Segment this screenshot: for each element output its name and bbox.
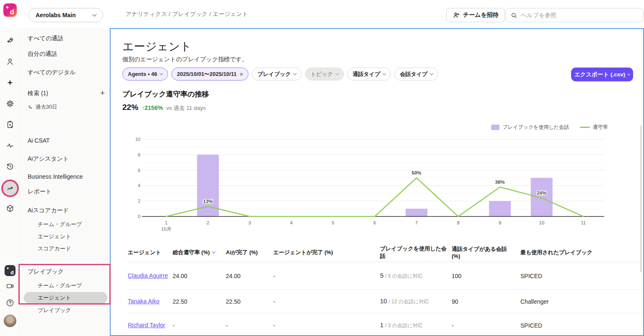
chart-legend: プレイブックを使用した会話 遵守率 [491,124,608,131]
sidebar-item-saved-search[interactable]: 過去30日 [28,103,57,111]
stat-delta: ↑2156% [142,104,163,111]
analytics-trend-icon-selected[interactable] [3,181,17,195]
help-icon[interactable] [5,298,15,308]
workspace-name: Aerolabs Main [36,12,76,18]
page-subtitle: 個別のエージェントのプレイブック指標です。 [122,56,248,63]
svg-text:2: 2 [138,198,140,203]
col-call-type[interactable]: 通話タイプがある会話 (%) [452,245,520,259]
stat-comparison: vs 過去 11 days [166,104,206,112]
video-camera-icon[interactable] [5,281,15,291]
col-overall-adherence[interactable]: 総合遵守率 (%) [173,249,226,256]
col-agent-completed[interactable]: エージェントが完了 (%) [273,249,380,256]
chevron-down-icon [430,72,433,75]
filter-date-range[interactable]: 2025/10/01〜2025/10/11 × [171,68,248,81]
history-icon[interactable] [5,161,15,172]
sidebar-item-ai-csat[interactable]: Ai CSAT [28,136,50,145]
cube-icon[interactable] [5,203,15,214]
svg-text:10月: 10月 [161,227,171,232]
sidebar-item-scorecard-agents[interactable]: エージェント [38,232,71,241]
filter-call-type[interactable]: 通話タイプ [347,68,391,81]
svg-text:50%: 50% [412,170,422,175]
sidebar-item-business-intelligence[interactable]: Business Intelligence [28,172,83,181]
stat-value: 22% [122,103,138,112]
sidebar-item-ai-scorecards[interactable]: Aiスコアカード [28,206,69,215]
user-avatar[interactable] [4,315,16,327]
rocket-icon[interactable] [5,36,15,46]
sidebar-item-all-digital[interactable]: すべてのデジタル [28,68,76,77]
help-search-input[interactable] [521,12,639,18]
sidebar-item-scorecard-teams[interactable]: チーム・グループ [38,220,82,229]
legend-line: 遵守率 [580,124,608,131]
agent-link[interactable]: Claudia Aguirre [128,272,168,279]
breadcrumb[interactable]: アナリティクス / プレイブック / エージェント [126,0,248,28]
help-search [506,8,644,22]
col-agent[interactable]: エージェント [128,249,173,256]
sidebar-item-playbook-teams[interactable]: チーム・グループ [38,281,82,290]
sidebar-item-search[interactable]: 検索 (1) [28,89,48,98]
filter-topic[interactable]: トピック [305,68,344,81]
sidebar-item-playbook[interactable]: プレイブック [28,267,64,276]
svg-text:8: 8 [138,152,140,157]
sort-chevron-icon[interactable] [212,250,215,253]
top-bar: d Aerolabs Main アナリティクス / プレイブック / エージェン… [0,0,644,28]
svg-text:8: 8 [457,220,459,225]
dialpad-app-icon[interactable]: d [5,265,16,276]
workspace-selector[interactable]: Aerolabs Main [28,8,103,22]
chart-stat: 22% ↑2156% vs 過去 11 days [122,103,206,112]
line-swatch [580,127,590,128]
agent-link[interactable]: Richard Taylor [128,322,165,328]
sidebar-item-my-calls[interactable]: 自分の通話 [28,49,57,59]
scrollbar[interactable] [640,125,642,272]
sidebar-item-ai-assistant[interactable]: Aiアシスタント [28,154,69,164]
sidebar-item-playbook-playbook[interactable]: プレイブック [38,306,71,315]
sidebar-item-scorecard-scorecards[interactable]: スコアカード [38,245,71,253]
legend-bars: プレイブックを使用した会話 [491,124,569,131]
filter-bar: Agents • 46 2025/10/01〜2025/10/11 × プレイブ… [122,68,438,81]
table-header-row: エージェント 総合遵守率 (%) Aiが完了 (%) エージェントが完了 (%)… [128,243,642,262]
sparkle-icon [5,5,9,9]
logo-letter: d [10,8,14,16]
export-csv-button[interactable]: エクスポート (.csv) [571,68,633,81]
chevron-down-icon [627,73,630,76]
agent-link[interactable]: Tanaka Aiko [128,298,160,305]
svg-text:10: 10 [539,220,544,225]
chevron-down-icon [383,72,386,75]
gear-icon[interactable] [5,99,15,109]
svg-text:6: 6 [373,220,376,225]
table-row: Claudia Aguirre 24.00 24.00 - 5/ 5 の会話に対… [128,262,642,290]
svg-text:7: 7 [415,220,418,225]
ai-sparkle-icon[interactable] [5,78,15,88]
svg-text:6: 6 [138,168,140,173]
svg-text:2: 2 [207,220,209,225]
pulse-icon[interactable] [5,141,15,151]
clipboard-ai-icon[interactable] [5,120,15,130]
chevron-down-icon [335,72,339,75]
col-playbook-used[interactable]: プレイブックを使用した会話 [380,245,452,260]
person-icon[interactable] [5,57,15,67]
add-search-button[interactable]: + [100,89,105,97]
sidebar-item-all-calls[interactable]: すべての通話 [28,34,63,43]
sidebar: すべての通話 自分の通話 すべてのデジタル 検索 (1) + 過去30日 Ai … [21,28,110,336]
col-top-playbook[interactable]: 最も使用されたプレイブック [520,249,642,256]
svg-text:38%: 38% [495,180,505,185]
chevron-down-icon [160,72,163,75]
person-plus-icon [453,11,460,19]
agents-table: エージェント 総合遵守率 (%) Aiが完了 (%) エージェントが完了 (%)… [128,243,642,336]
filter-playbook[interactable]: プレイブック [252,68,302,81]
close-icon[interactable]: × [240,71,243,77]
icon-rail: d [0,28,20,336]
filter-agents[interactable]: Agents • 46 [122,68,168,81]
svg-text:11: 11 [581,220,586,225]
app-logo[interactable]: d [3,3,17,17]
col-ai-completed[interactable]: Aiが完了 (%) [226,249,273,256]
sidebar-item-playbook-agents-selected[interactable]: エージェント [24,292,107,304]
chevron-down-icon [293,72,297,75]
chart-title: プレイブック遵守率の推移 [122,89,209,99]
svg-text:13%: 13% [203,199,213,204]
search-icon [510,12,517,19]
svg-text:1: 1 [165,220,168,225]
filter-conversation-type[interactable]: 会話タイプ [394,68,438,81]
svg-text:9: 9 [499,220,501,225]
sidebar-item-reports[interactable]: レポート [28,187,52,196]
invite-team-button[interactable]: チームを招待 [446,8,505,22]
